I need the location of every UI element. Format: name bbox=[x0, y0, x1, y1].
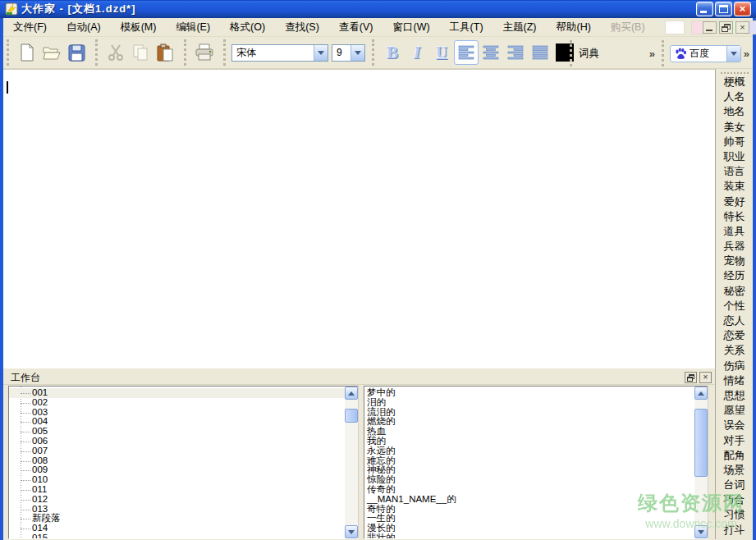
sidebar-category-item[interactable]: 对手 bbox=[716, 433, 753, 448]
scroll-up-icon[interactable] bbox=[694, 387, 708, 400]
paragraph-list-item[interactable]: 015 bbox=[9, 533, 345, 539]
justify-button[interactable] bbox=[528, 40, 552, 65]
font-size-select[interactable]: 9 bbox=[332, 44, 365, 62]
sidebar-category-item[interactable]: 场景 bbox=[716, 463, 753, 478]
sidebar-category-item[interactable]: 台词 bbox=[716, 478, 753, 492]
menu-item[interactable]: 编辑(E) bbox=[166, 19, 220, 36]
word-list-item[interactable]: 奇特的 bbox=[367, 505, 693, 515]
sidebar-category-item[interactable]: 兵器 bbox=[716, 239, 753, 254]
paragraph-list-item[interactable]: 006 bbox=[9, 437, 345, 446]
paragraph-list-item[interactable]: 009 bbox=[9, 465, 345, 475]
mdi-close-button[interactable]: × bbox=[735, 21, 749, 34]
word-list-item[interactable]: 永远的 bbox=[367, 446, 693, 456]
menu-item[interactable]: 模板(M) bbox=[111, 19, 167, 36]
workbench-close-button[interactable]: × bbox=[699, 372, 712, 383]
paragraph-list-item[interactable]: 010 bbox=[9, 475, 345, 485]
mdi-restore-button[interactable] bbox=[719, 21, 733, 34]
paragraph-list-item[interactable]: 001 bbox=[9, 388, 345, 398]
mdi-minimize-button[interactable] bbox=[703, 21, 717, 34]
toolbar-overflow-chevron-icon[interactable]: » bbox=[744, 48, 753, 60]
sidebar-category-item[interactable]: 关系 bbox=[716, 343, 753, 358]
sidebar-category-item[interactable]: 恋人 bbox=[716, 313, 753, 328]
word-list-item[interactable]: 难忘的 bbox=[367, 456, 693, 466]
menu-item[interactable]: 格式(O) bbox=[220, 19, 275, 36]
align-right-button[interactable] bbox=[503, 40, 528, 65]
save-button[interactable] bbox=[64, 40, 89, 65]
scroll-down-icon[interactable] bbox=[694, 525, 708, 538]
sidebar-category-item[interactable]: 思想 bbox=[716, 388, 753, 403]
chevron-down-icon[interactable] bbox=[351, 45, 364, 61]
underline-button[interactable]: U bbox=[429, 40, 454, 65]
paragraph-list-item[interactable]: 014 bbox=[9, 524, 345, 533]
word-list-item[interactable]: 传奇的 bbox=[367, 485, 693, 495]
word-list-item[interactable]: 神秘的 bbox=[367, 465, 693, 475]
word-list-item[interactable]: 泪的 bbox=[367, 398, 693, 408]
sidebar-category-item[interactable]: 美女 bbox=[716, 120, 753, 135]
scroll-up-icon[interactable] bbox=[345, 387, 358, 400]
sidebar-category-item[interactable]: 梗概 bbox=[716, 75, 753, 89]
sidebar-category-item[interactable]: 语言 bbox=[716, 164, 753, 179]
toolbar-overflow-chevron-icon[interactable]: » bbox=[649, 48, 658, 60]
paragraph-list-item[interactable]: 012 bbox=[9, 495, 345, 505]
word-list-item[interactable]: 热血 bbox=[367, 427, 693, 437]
word-list-item[interactable]: 我的 bbox=[367, 437, 693, 446]
paragraph-list-item[interactable]: 005 bbox=[9, 427, 345, 437]
word-list-scrollbar[interactable] bbox=[694, 387, 708, 538]
document-editor[interactable] bbox=[3, 69, 715, 368]
align-left-button[interactable] bbox=[454, 40, 479, 65]
sidebar-category-item[interactable]: 特长 bbox=[716, 209, 753, 224]
sidebar-category-item[interactable]: 配角 bbox=[716, 448, 753, 463]
sidebar-category-item[interactable]: 人名 bbox=[716, 89, 753, 104]
paragraph-list-item[interactable]: 008 bbox=[9, 456, 345, 466]
word-list-item[interactable]: 惊险的 bbox=[367, 475, 693, 485]
sidebar-category-item[interactable]: 死亡 bbox=[716, 538, 753, 539]
sidebar-category-item[interactable]: 装束 bbox=[716, 179, 753, 194]
sidebar-category-item[interactable]: 情绪 bbox=[716, 373, 753, 388]
highlight-color-swatch[interactable] bbox=[665, 21, 685, 34]
sidebar-category-item[interactable]: 打斗 bbox=[716, 523, 753, 538]
menu-item[interactable]: 窗口(W) bbox=[383, 19, 439, 36]
word-list-item[interactable]: __MAN1_NAME__的 bbox=[367, 495, 693, 505]
sidebar-category-item[interactable]: 恋爱 bbox=[716, 328, 753, 343]
new-document-button[interactable] bbox=[15, 40, 39, 65]
sidebar-category-item[interactable]: 习惯 bbox=[716, 507, 753, 522]
paragraph-list-item[interactable]: 004 bbox=[9, 417, 345, 427]
paragraph-list-item[interactable]: 007 bbox=[9, 446, 345, 456]
sidebar-category-item[interactable]: 职业 bbox=[716, 149, 753, 164]
sidebar-category-item[interactable]: 误会 bbox=[716, 418, 753, 432]
paragraph-list-scrollbar[interactable] bbox=[345, 387, 358, 538]
word-list-item[interactable]: 漫长的 bbox=[367, 524, 693, 533]
paragraph-list-item[interactable]: 011 bbox=[9, 485, 345, 495]
menu-item[interactable]: 查找(S) bbox=[275, 19, 329, 36]
sidebar-category-item[interactable]: 道具 bbox=[716, 224, 753, 239]
paragraph-list-item[interactable]: 新段落 bbox=[9, 514, 345, 524]
bold-button[interactable]: B bbox=[380, 40, 405, 65]
word-list-item[interactable]: 悲壮的 bbox=[367, 533, 693, 539]
close-button[interactable]: × bbox=[734, 2, 751, 16]
italic-button[interactable]: I bbox=[405, 40, 429, 65]
word-list-item[interactable]: 流泪的 bbox=[367, 408, 693, 418]
sidebar-category-item[interactable]: 帅哥 bbox=[716, 135, 753, 149]
font-family-select[interactable]: 宋体 bbox=[231, 44, 328, 62]
sidebar-category-item[interactable]: 地名 bbox=[716, 104, 753, 119]
menu-item[interactable]: 文件(F) bbox=[3, 19, 57, 36]
paragraph-list-item[interactable]: 003 bbox=[9, 408, 345, 418]
menu-item[interactable]: 自动(A) bbox=[57, 19, 111, 36]
menu-item[interactable]: 帮助(H) bbox=[547, 19, 601, 36]
scrollbar-thumb[interactable] bbox=[345, 409, 358, 423]
word-list-item[interactable]: 燃烧的 bbox=[367, 417, 693, 427]
minimize-button[interactable] bbox=[696, 2, 713, 16]
sidebar-category-item[interactable]: 巧合 bbox=[716, 492, 753, 507]
chevron-down-icon[interactable] bbox=[726, 46, 740, 62]
sidebar-category-item[interactable]: 伤病 bbox=[716, 359, 753, 373]
menu-item[interactable]: 工具(T) bbox=[440, 19, 493, 36]
menu-item[interactable]: 主题(Z) bbox=[493, 19, 547, 36]
print-button[interactable] bbox=[192, 40, 217, 65]
sidebar-category-item[interactable]: 经历 bbox=[716, 268, 753, 283]
sidebar-category-item[interactable]: 爱好 bbox=[716, 194, 753, 209]
word-list-item[interactable]: 一生的 bbox=[367, 514, 693, 524]
scrollbar-thumb[interactable] bbox=[694, 409, 708, 477]
paste-button[interactable] bbox=[153, 40, 177, 65]
baidu-search-select[interactable]: 百度 bbox=[670, 45, 741, 62]
dictionary-button[interactable]: 词典 bbox=[579, 47, 599, 61]
